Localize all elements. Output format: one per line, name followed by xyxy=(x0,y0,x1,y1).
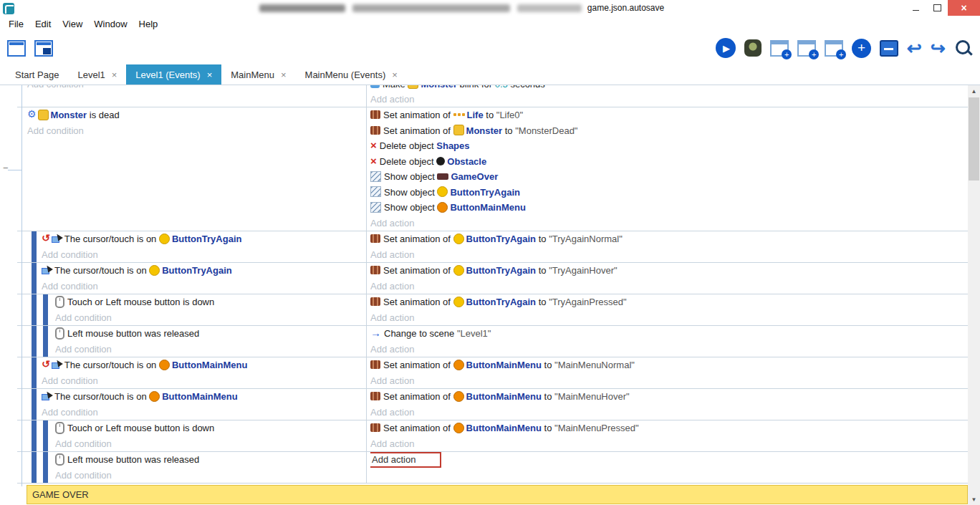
action[interactable]: Show object GameOver xyxy=(370,169,968,185)
add-action[interactable]: Add action xyxy=(370,310,968,326)
tab-close-icon[interactable]: × xyxy=(207,69,213,80)
condition[interactable]: ⚙Monster is dead xyxy=(27,107,366,123)
action[interactable]: →Change to scene "Level1" xyxy=(370,326,968,342)
add-condition[interactable]: Add condition xyxy=(55,310,366,326)
scroll-up-arrow[interactable]: ▲ xyxy=(968,85,980,97)
add-action-highlighted[interactable]: Add action xyxy=(370,452,441,468)
event-conditions[interactable]: ↺The cursor/touch is on ButtonMainMenuAd… xyxy=(17,357,367,388)
menu-view[interactable]: View xyxy=(58,19,90,29)
event-conditions[interactable]: Touch or Left mouse button is downAdd co… xyxy=(17,294,367,325)
tab-close-icon[interactable]: × xyxy=(112,69,117,80)
menu-edit[interactable]: Edit xyxy=(31,19,58,29)
tab-close-icon[interactable]: × xyxy=(281,69,287,80)
condition[interactable]: The cursor/touch is on ButtonMainMenu xyxy=(42,389,366,405)
undo-button[interactable]: ↩ xyxy=(907,39,922,57)
redo-button[interactable]: ↪ xyxy=(931,39,946,57)
tab-close-icon[interactable]: × xyxy=(392,69,398,80)
event-actions[interactable]: Set animation of ButtonMainMenu to "Main… xyxy=(367,389,968,420)
add-condition[interactable]: Add condition xyxy=(55,468,366,484)
tab-mainmenu-events[interactable]: MainMenu (Events)× xyxy=(296,64,407,85)
add-comment-button[interactable]: + xyxy=(825,40,843,57)
menu-file[interactable]: File xyxy=(4,19,31,29)
add-condition[interactable]: Add condition xyxy=(42,279,366,294)
start-page-button[interactable] xyxy=(34,40,53,57)
event-conditions[interactable]: Left mouse button was releasedAdd condit… xyxy=(17,452,367,483)
add-action[interactable]: Add action xyxy=(370,405,968,420)
toggle-panel-button[interactable] xyxy=(880,40,898,57)
tab-mainmenu[interactable]: MainMenu× xyxy=(221,64,295,85)
tab-level1-events[interactable]: Level1 (Events)× xyxy=(126,64,221,85)
event-actions[interactable]: →Change to scene "Level1"Add action xyxy=(367,326,968,357)
add-event-button[interactable]: + xyxy=(770,40,789,57)
minimize-button[interactable] xyxy=(905,0,926,16)
action[interactable]: Set animation of ButtonTryAgain to "TryA… xyxy=(370,231,968,247)
add-condition[interactable]: Add condition xyxy=(27,123,366,139)
add-action[interactable]: Add action xyxy=(370,247,968,263)
action[interactable]: Show object ButtonTryAgain xyxy=(370,185,968,201)
add-condition[interactable]: Add condition xyxy=(55,342,366,357)
event-actions[interactable]: Set animation of ButtonMainMenu to "Main… xyxy=(367,357,968,388)
add-condition[interactable]: Add condition xyxy=(42,373,366,389)
add-condition[interactable]: Add condition xyxy=(42,247,366,263)
comment-event[interactable]: GAME OVER xyxy=(27,485,968,504)
event-actions[interactable]: Set animation of ButtonMainMenu to "Main… xyxy=(367,420,968,451)
debugger-button[interactable] xyxy=(744,39,762,57)
collapse-event-handle[interactable]: − xyxy=(3,163,9,173)
project-manager-button[interactable] xyxy=(7,40,26,57)
condition[interactable]: Left mouse button was released xyxy=(55,452,366,468)
add-action[interactable]: Add action xyxy=(370,216,968,231)
close-button[interactable]: × xyxy=(948,0,980,16)
event-conditions[interactable]: Left mouse button was releasedAdd condit… xyxy=(17,326,367,357)
event-conditions[interactable]: ↺The cursor/touch is on ButtonTryAgainAd… xyxy=(17,231,367,262)
add-condition[interactable]: Add condition xyxy=(42,405,366,420)
add-condition[interactable]: Add condition xyxy=(55,436,366,452)
event-conditions[interactable]: Add condition xyxy=(17,85,367,107)
add-condition[interactable]: Add condition xyxy=(27,85,366,92)
add-action[interactable]: Add action xyxy=(370,279,968,294)
event-actions[interactable]: Set animation of ButtonTryAgain to "TryA… xyxy=(367,294,968,325)
action[interactable]: Set animation of Life to "Life0" xyxy=(370,107,968,123)
event-actions[interactable]: Make Monster blink for 0.5 secondsAdd ac… xyxy=(367,85,968,107)
vertical-scrollbar[interactable]: ▲ ▼ xyxy=(968,85,980,505)
add-action[interactable]: Add action xyxy=(370,373,968,389)
menu-window[interactable]: Window xyxy=(90,19,134,29)
menu-help[interactable]: Help xyxy=(135,19,165,29)
event-actions[interactable]: Add action xyxy=(367,452,968,483)
buttontryagain-object-icon xyxy=(149,265,160,276)
tab-start-page[interactable]: Start Page xyxy=(6,64,68,85)
action[interactable]: Set animation of ButtonMainMenu to "Main… xyxy=(370,420,968,436)
action[interactable]: Set animation of ButtonTryAgain to "TryA… xyxy=(370,294,968,310)
add-action[interactable]: Add action xyxy=(370,342,968,357)
event-actions[interactable]: Set animation of ButtonTryAgain to "TryA… xyxy=(367,231,968,262)
event-conditions[interactable]: Touch or Left mouse button is downAdd co… xyxy=(17,420,367,451)
add-more-button[interactable]: + xyxy=(852,39,871,58)
search-button[interactable] xyxy=(954,39,973,57)
action[interactable]: ×Delete object Shapes xyxy=(370,138,968,154)
add-subevent-button[interactable]: + xyxy=(797,40,816,57)
action[interactable]: Set animation of ButtonMainMenu to "Main… xyxy=(370,357,968,373)
condition[interactable]: Touch or Left mouse button is down xyxy=(55,294,366,310)
event-conditions[interactable]: ⚙Monster is deadAdd condition xyxy=(17,107,367,231)
condition[interactable]: ↺The cursor/touch is on ButtonMainMenu xyxy=(42,357,366,373)
add-action[interactable]: Add action xyxy=(370,92,968,107)
action[interactable]: Set animation of Monster to "MonsterDead… xyxy=(370,123,968,139)
maximize-button[interactable] xyxy=(926,0,948,16)
add-action[interactable]: Add action xyxy=(370,436,968,452)
event-conditions[interactable]: The cursor/touch is on ButtonMainMenuAdd… xyxy=(17,389,367,420)
condition[interactable]: ↺The cursor/touch is on ButtonTryAgain xyxy=(42,231,366,247)
scrollbar-thumb[interactable] xyxy=(969,97,979,181)
event-actions[interactable]: Set animation of Life to "Life0"Set anim… xyxy=(367,107,968,231)
condition[interactable]: The cursor/touch is on ButtonTryAgain xyxy=(42,263,366,279)
scroll-down-arrow[interactable]: ▼ xyxy=(968,494,980,505)
action[interactable]: ×Delete object Obstacle xyxy=(370,154,968,170)
action[interactable]: Set animation of ButtonTryAgain to "TryA… xyxy=(370,263,968,279)
event-conditions[interactable]: The cursor/touch is on ButtonTryAgainAdd… xyxy=(17,263,367,294)
condition[interactable]: Touch or Left mouse button is down xyxy=(55,420,366,436)
condition[interactable]: Left mouse button was released xyxy=(55,326,366,342)
action[interactable]: Make Monster blink for 0.5 seconds xyxy=(370,85,968,92)
tab-level1[interactable]: Level1× xyxy=(68,64,126,85)
event-actions[interactable]: Set animation of ButtonTryAgain to "TryA… xyxy=(367,263,968,294)
action[interactable]: Set animation of ButtonMainMenu to "Main… xyxy=(370,389,968,405)
action[interactable]: Show object ButtonMainMenu xyxy=(370,200,968,216)
play-button[interactable]: ▶ xyxy=(716,38,736,58)
